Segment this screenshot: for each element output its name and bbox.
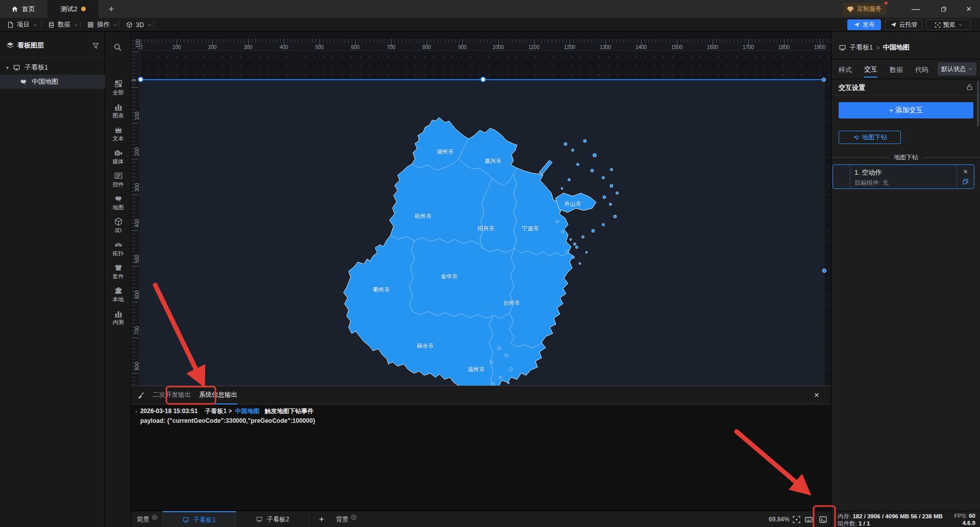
log-timestamp: 2026-03-18 15:03:51 [140,408,198,415]
chevron-down-icon [958,22,963,28]
tree-item-chinamap[interactable]: 中国地图 [0,75,105,89]
log-component-link[interactable]: 中国地图 [235,408,259,415]
city-label-杭州市: 杭州市 [415,212,432,220]
h-ruler-label: 500 [315,44,324,50]
library-item-2[interactable]: 图表 [105,102,131,123]
components-label: 组件数: [838,520,857,526]
drilldown-group-divider: 地图下钻 [831,153,980,161]
library-item-3[interactable]: 文本 [105,125,131,146]
console-tab-system-output[interactable]: 系统信息输出 [199,386,237,404]
action-delete-button[interactable]: × [963,169,967,175]
library-item-8[interactable]: 拓扑 [105,240,131,260]
library-item-9[interactable]: 套件 [105,263,131,283]
menu-operate[interactable]: 操作 [87,18,118,32]
publish-button[interactable]: 发布 [847,19,881,30]
filter-icon[interactable] [92,42,100,50]
library-item-1[interactable]: 全部 [105,79,131,100]
home-icon [11,6,18,13]
tab-document-label: 测试2 [60,5,77,14]
library-item-4[interactable]: 媒体 [105,148,131,169]
console-close-button[interactable]: × [812,390,822,400]
plus-icon: + [889,107,893,114]
canvas-area[interactable]: 湖州市嘉兴市杭州市绍兴市宁波市舟山市金华市衢州市台州市丽水市温州市 010020… [131,32,831,386]
tree-item-subboard[interactable]: ▾ 子看板1 [0,60,105,75]
window-restore-button[interactable] [933,0,955,18]
console-tab-dev-output[interactable]: 二次开发输出 [153,386,191,404]
grid-icon [114,79,123,88]
library-item-6[interactable]: 地图 [105,194,131,214]
library-item-label: 文本 [113,136,124,141]
action-copy-icon[interactable] [962,178,969,185]
database-icon [48,21,55,28]
fit-screen-icon[interactable] [792,515,801,524]
selection-handle-topright[interactable] [822,78,826,82]
chevron-down-icon [968,66,973,71]
tab-style[interactable]: 样式 [839,62,852,78]
layers-panel-title: 看板图层 [17,41,44,50]
keyboard-shortcuts-icon[interactable] [804,515,813,524]
v-ruler-label: 800 [134,362,140,371]
component-library-bar: 全部图表文本媒体控件地图3D拓扑套件本地内测 [105,32,131,527]
menu-divider [41,21,41,29]
tab-code[interactable]: 代码 [915,62,928,78]
tree-expand-caret[interactable]: ▾ [6,65,9,70]
log-entry[interactable]: › 2026-03-18 15:03:51子看板1 >中国地图触发地图下钻事件 … [135,407,315,424]
action-card-handle[interactable] [833,165,850,188]
city-label-衢州市: 衢州市 [373,286,390,294]
clear-console-icon[interactable] [137,391,145,399]
china-map-component[interactable]: 湖州市嘉兴市杭州市绍兴市宁波市舟山市金华市衢州市台州市丽水市温州市 [337,93,633,386]
action-card-buttons: × [957,165,974,188]
map-drilldown-chip[interactable]: 地图下钻 [839,131,901,144]
add-board-button[interactable]: + [319,511,324,527]
preview-button[interactable]: 预览 [926,19,971,30]
chart-icon [114,102,123,111]
city-label-湖州市: 湖州市 [437,148,454,156]
search-icon[interactable] [113,43,122,52]
chart-icon [114,309,123,318]
menu-data-label: 数据 [58,20,70,29]
h-ruler-label: 800 [423,44,431,50]
terminal-console-icon[interactable] [819,515,827,524]
h-ruler-label: 200 [208,44,217,50]
menu-project[interactable]: 项目 [7,18,38,32]
add-background-icon[interactable] [351,514,357,520]
tab-interaction[interactable]: 交互 [864,62,877,78]
tab-home[interactable]: 首页 [4,0,42,18]
log-event: 触发地图下钻事件 [264,408,313,415]
lock-icon[interactable] [966,83,973,91]
menubar: 项目 数据 操作 3D 发布 云托管 [0,18,980,32]
province-outline [344,117,573,386]
state-selector[interactable]: 默认状态 [938,62,976,76]
log-expand-caret[interactable]: › [135,408,137,424]
selection-handle-midright[interactable] [822,269,826,273]
library-item-11[interactable]: 内测 [105,309,131,329]
publish-label: 发布 [863,20,875,29]
zoom-percentage[interactable]: 69.84% [769,511,790,527]
library-item-10[interactable]: 本地 [105,286,131,306]
window-close-button[interactable]: × [958,0,980,18]
menu-data[interactable]: 数据 [48,18,79,32]
tab-data[interactable]: 数据 [890,62,903,78]
menu-3d[interactable]: 3D [126,18,152,32]
breadcrumb-parent[interactable]: 子看板1 [849,43,873,52]
add-foreground-icon[interactable] [152,514,158,520]
layers-panel: 看板图层 ▾ 子看板1 中国地图 [0,32,105,527]
library-item-7[interactable]: 3D [105,217,131,237]
board-tab-2[interactable]: 子看板2 [236,511,309,527]
tab-document[interactable]: 测试2 [47,0,99,18]
cloud-hosting-button[interactable]: 云托管 [885,19,922,30]
mapblob-icon [114,194,123,203]
action-card[interactable]: 1. 空动作 目标组件: 无 × [832,164,974,189]
board-tab-1[interactable]: 子看板1 [162,511,236,527]
layers-panel-header: 看板图层 [0,39,105,52]
window-minimize-button[interactable]: — [904,0,927,18]
section-title: 交互设置 [839,83,865,92]
selection-handle-topleft[interactable] [138,77,143,82]
library-item-5[interactable]: 控件 [105,171,131,191]
new-tab-button[interactable]: + [100,0,122,18]
add-interaction-button[interactable]: + 添加交互 [839,102,973,118]
board-icon [13,64,20,71]
custom-service-badge[interactable]: 定制服务 [843,3,887,15]
scrollbar-thumb[interactable] [977,81,979,127]
selection-handle-topcenter[interactable] [480,77,486,82]
